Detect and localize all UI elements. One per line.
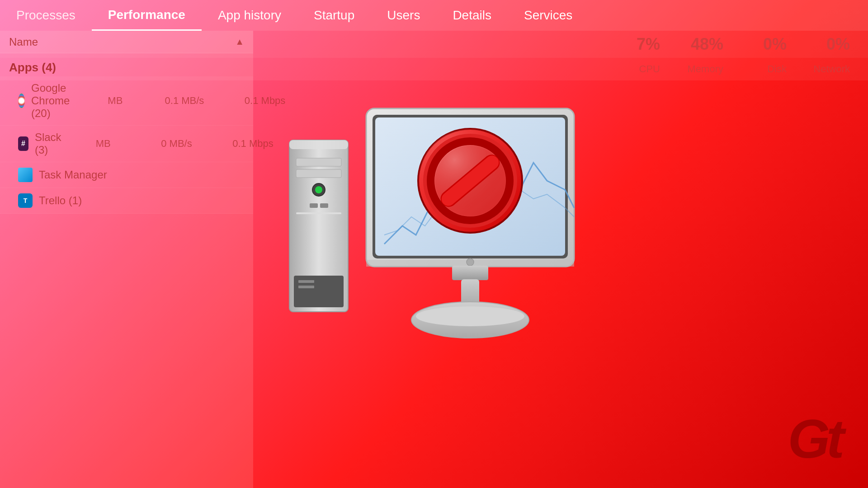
process-row-taskmanager: Task Manager xyxy=(0,162,253,188)
tab-users[interactable]: Users xyxy=(371,0,436,31)
illustration-wrap xyxy=(276,104,592,384)
apps-section-title: Apps (4) xyxy=(9,61,56,74)
chrome-process-name: Google Chrome (20) xyxy=(31,82,77,120)
cpu-label: CPU xyxy=(615,63,660,75)
network-label: Network xyxy=(805,63,850,75)
svg-rect-26 xyxy=(452,266,488,280)
network-value: 0% xyxy=(805,35,850,54)
process-row-slack: # Slack (3) MB 0 MB/s 0.1 Mbps xyxy=(0,126,253,162)
name-column-header[interactable]: Name ▲ xyxy=(0,31,253,53)
cpu-value: 7% xyxy=(615,35,660,54)
svg-rect-8 xyxy=(296,212,341,214)
svg-point-5 xyxy=(315,186,322,193)
memory-label: Memory xyxy=(678,63,723,75)
slack-network: 0.1 Mbps xyxy=(228,138,274,150)
tab-processes[interactable]: Processes xyxy=(0,0,92,31)
tab-startup[interactable]: Startup xyxy=(297,0,371,31)
taskmanager-icon xyxy=(18,168,33,182)
tab-bar: Processes Performance App history Startu… xyxy=(0,0,868,31)
svg-rect-3 xyxy=(296,169,341,178)
chrome-disk: 0.1 MB/s xyxy=(159,95,204,107)
illustration-svg xyxy=(276,104,592,384)
tab-services[interactable]: Services xyxy=(508,0,589,31)
process-row-trello: T Trello (1) xyxy=(0,188,253,214)
tab-details[interactable]: Details xyxy=(436,0,508,31)
disk-label: Disk xyxy=(741,63,787,75)
gt-logo: Gt xyxy=(788,408,841,470)
trello-process-name: Trello (1) xyxy=(39,194,82,207)
svg-point-25 xyxy=(467,258,474,266)
tab-app-history[interactable]: App history xyxy=(202,0,297,31)
name-header-label: Name xyxy=(9,36,230,48)
tab-performance[interactable]: Performance xyxy=(92,0,202,31)
slack-disk: 0 MB/s xyxy=(147,138,192,150)
svg-rect-7 xyxy=(320,203,328,208)
svg-rect-1 xyxy=(289,140,348,149)
slack-process-name: Slack (3) xyxy=(35,131,66,156)
trello-icon: T xyxy=(18,193,33,208)
chrome-icon xyxy=(18,94,25,108)
disk-value: 0% xyxy=(741,35,787,54)
slack-memory: MB xyxy=(66,138,111,150)
memory-value: 48% xyxy=(678,35,723,54)
svg-point-29 xyxy=(416,306,524,326)
process-row-chrome: Google Chrome (20) MB 0.1 MB/s 0.1 Mbps xyxy=(0,76,253,126)
svg-rect-11 xyxy=(298,286,314,288)
chrome-memory: MB xyxy=(77,95,123,107)
svg-rect-6 xyxy=(310,203,318,208)
sort-chevron: ▲ xyxy=(235,37,244,47)
taskmanager-process-name: Task Manager xyxy=(39,169,107,181)
slack-icon: # xyxy=(18,136,28,151)
svg-rect-2 xyxy=(296,158,341,166)
svg-rect-10 xyxy=(298,280,314,283)
